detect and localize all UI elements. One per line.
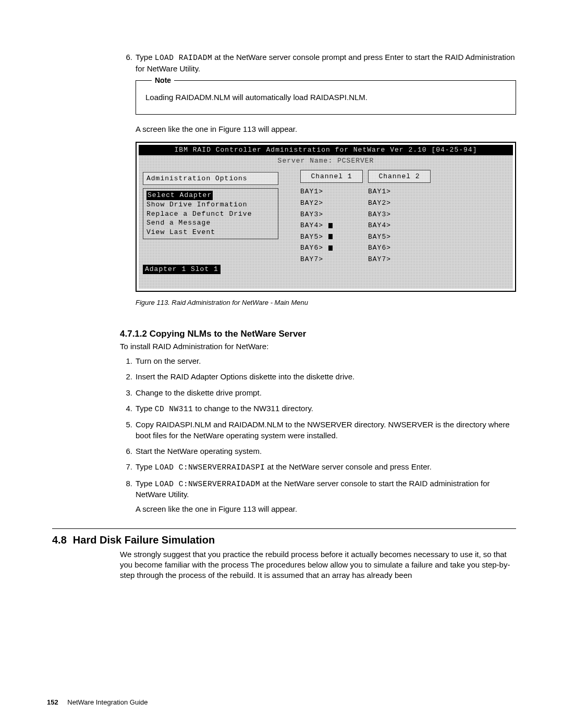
list-text: Type LOAD RAIDADM at the NetWare server … bbox=[136, 52, 516, 74]
page-footer: 152 NetWare Integration Guide bbox=[47, 698, 148, 707]
list-number: 6. bbox=[120, 446, 136, 456]
list-number: 1. bbox=[120, 356, 136, 366]
ordered-list-main: 6. Type LOAD RAIDADM at the NetWare serv… bbox=[120, 52, 516, 74]
list-item: 1. Turn on the server. bbox=[120, 356, 516, 366]
paragraph: A screen like the one in Figure 113 will… bbox=[136, 124, 516, 134]
list-number: 5. bbox=[120, 419, 136, 441]
bay-label: BAY7> bbox=[368, 255, 393, 264]
list-text: Type CD NW311 to change to the NW311 dir… bbox=[136, 403, 516, 415]
list-number: 8. bbox=[120, 478, 136, 515]
bay-row: BAY7> bbox=[300, 254, 363, 265]
bay-label: BAY1> bbox=[300, 187, 325, 196]
list-text: Turn on the server. bbox=[136, 356, 516, 366]
list-number: 2. bbox=[120, 372, 136, 382]
section-heading-row: 4.8 Hard Disk Failure Simulation bbox=[52, 533, 516, 547]
menu-item-view-last-event[interactable]: View Last Event bbox=[146, 228, 275, 237]
list-number: 6. bbox=[120, 52, 136, 74]
list-text: Type LOAD C:NWSERVERRAIDASPI at the NetW… bbox=[136, 462, 516, 473]
subsection-heading: 4.7.1.2 Copying NLMs to the NetWare Serv… bbox=[120, 328, 516, 340]
bay-label: BAY4> bbox=[368, 221, 393, 230]
paragraph: A screen like the one in Figure 113 will… bbox=[136, 504, 516, 514]
text: Type bbox=[136, 462, 155, 471]
note-box: Note Loading RAIDADM.NLM will automatica… bbox=[136, 80, 516, 115]
list-item: 4. Type CD NW311 to change to the NW311 … bbox=[120, 403, 516, 415]
bay-row: BAY7> bbox=[368, 254, 431, 265]
section-rule bbox=[52, 528, 516, 529]
bay-row: BAY5> bbox=[368, 231, 431, 243]
bay-label: BAY4> bbox=[300, 221, 325, 230]
bay-row: BAY1> bbox=[300, 186, 363, 198]
list-item-6: 6. Type LOAD RAIDADM at the NetWare serv… bbox=[120, 52, 516, 74]
figure-caption: Figure 113. Raid Administration for NetW… bbox=[136, 298, 516, 307]
note-label: Note bbox=[152, 76, 174, 85]
menu-item-replace-defunct[interactable]: Replace a Defunct Drive bbox=[146, 209, 275, 219]
command-text: LOAD C:NWSERVERRAIDADM bbox=[155, 480, 260, 488]
bay-indicator-icon bbox=[328, 245, 333, 251]
command-text: LOAD RAIDADM bbox=[155, 54, 212, 62]
list-item: 5. Copy RAIDASPI.NLM and RAIDADM.NLM to … bbox=[120, 419, 516, 441]
admin-options-panel: Administration Options Select Adapter Sh… bbox=[143, 172, 278, 239]
note-body: Loading RAIDADM.NLM will automatically l… bbox=[145, 92, 506, 103]
admin-options-title: Administration Options bbox=[143, 172, 278, 186]
list-item: 2. Insert the RAID Adapter Options diske… bbox=[120, 372, 516, 382]
terminal-title: IBM RAID Controller Administration for N… bbox=[139, 145, 513, 155]
paragraph: To install RAID Administration for NetWa… bbox=[120, 341, 516, 352]
menu-item-show-drive-info[interactable]: Show Drive Information bbox=[146, 200, 275, 209]
list-item: 7. Type LOAD C:NWSERVERRAIDASPI at the N… bbox=[120, 462, 516, 473]
list-text: Change to the diskette drive prompt. bbox=[136, 388, 516, 398]
bay-row: BAY4> bbox=[300, 220, 363, 231]
ordered-list-sub: 1. Turn on the server. 2. Insert the RAI… bbox=[120, 356, 516, 515]
terminal-screen: IBM RAID Controller Administration for N… bbox=[139, 145, 513, 289]
command-text: CD NW311 bbox=[155, 405, 193, 413]
list-text: Copy RAIDASPI.NLM and RAIDADM.NLM to the… bbox=[136, 419, 516, 441]
channel-2-title: Channel 2 bbox=[368, 170, 431, 183]
bay-indicator-icon bbox=[328, 234, 333, 239]
bay-row: BAY2> bbox=[368, 198, 431, 209]
bay-label: BAY6> bbox=[300, 243, 325, 253]
text: Type bbox=[136, 479, 155, 488]
figure-border: IBM RAID Controller Administration for N… bbox=[136, 142, 516, 292]
text: at the NetWare server console and press … bbox=[265, 462, 432, 471]
bay-label: BAY5> bbox=[368, 232, 393, 242]
text: Type bbox=[136, 53, 155, 61]
bay-row: BAY6> bbox=[300, 242, 363, 254]
list-number: 3. bbox=[120, 388, 136, 398]
bay-label: BAY5> bbox=[300, 232, 325, 242]
bay-row: BAY1> bbox=[368, 186, 431, 198]
bay-label: BAY6> bbox=[368, 243, 393, 253]
channel-1-panel: Channel 1 BAY1> BAY2> BAY3> BAY4> BAY5> … bbox=[300, 170, 363, 265]
list-number: 4. bbox=[120, 403, 136, 415]
bay-row: BAY3> bbox=[300, 209, 363, 220]
bay-row: BAY4> bbox=[368, 220, 431, 231]
list-item: 8. Type LOAD C:NWSERVERRAIDADM at the Ne… bbox=[120, 478, 516, 515]
terminal-body: Administration Options Select Adapter Sh… bbox=[139, 169, 513, 278]
bay-label: BAY1> bbox=[368, 187, 393, 196]
channel-1-title: Channel 1 bbox=[300, 170, 363, 183]
list-item: 6. Start the NetWare operating system. bbox=[120, 446, 516, 456]
page-number: 152 bbox=[47, 698, 58, 706]
terminal-subtitle: Server Name: PCSERVER bbox=[139, 155, 513, 169]
text: Type bbox=[136, 404, 155, 413]
text: to change to the NW311 directory. bbox=[193, 404, 313, 413]
section-body: We strongly suggest that you practice th… bbox=[120, 549, 516, 581]
list-text: Type LOAD C:NWSERVERRAIDADM at the NetWa… bbox=[136, 478, 516, 515]
admin-options-list: Select Adapter Show Drive Information Re… bbox=[143, 188, 278, 239]
command-text: LOAD C:NWSERVERRAIDASPI bbox=[155, 463, 265, 472]
bay-row: BAY5> bbox=[300, 231, 363, 243]
section-title: Hard Disk Failure Simulation bbox=[73, 533, 215, 547]
list-item: 3. Change to the diskette drive prompt. bbox=[120, 388, 516, 398]
menu-item-send-message[interactable]: Send a Message bbox=[146, 218, 275, 228]
bay-label: BAY2> bbox=[368, 199, 393, 208]
bay-row: BAY3> bbox=[368, 209, 431, 220]
menu-item-select-adapter[interactable]: Select Adapter bbox=[146, 191, 213, 200]
section-number: 4.8 bbox=[52, 533, 67, 547]
bay-label: BAY3> bbox=[300, 210, 325, 219]
page: 6. Type LOAD RAIDADM at the NetWare serv… bbox=[0, 0, 563, 728]
bay-label: BAY7> bbox=[300, 255, 325, 264]
bay-row: BAY6> bbox=[368, 242, 431, 254]
adapter-status: Adapter 1 Slot 1 bbox=[143, 265, 221, 274]
channel-2-panel: Channel 2 BAY1> BAY2> BAY3> BAY4> BAY5> … bbox=[368, 170, 431, 265]
bay-label: BAY2> bbox=[300, 199, 325, 208]
figure: IBM RAID Controller Administration for N… bbox=[136, 142, 516, 292]
list-text: Start the NetWare operating system. bbox=[136, 446, 516, 456]
